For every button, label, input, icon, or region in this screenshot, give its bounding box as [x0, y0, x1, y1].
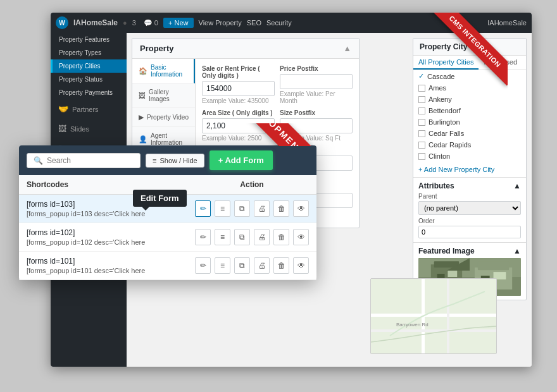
- panel-collapse-btn[interactable]: ▲: [343, 44, 351, 53]
- city-bettendorf: Bettendorf: [413, 105, 526, 116]
- sidebar-item-property-cities[interactable]: Property Cities: [51, 59, 127, 73]
- shortcode-popup-103: [forms_popup id=103 desc='Click here: [27, 210, 195, 217]
- attributes-title: Attributes ▲: [418, 181, 521, 190]
- search-input[interactable]: [47, 156, 123, 165]
- sidebar-item-property-features[interactable]: Property Features: [51, 33, 127, 46]
- price-postfix-label: Price Postfix: [280, 65, 353, 72]
- site-name: IAHomeSale: [73, 18, 118, 27]
- shortcode-popup-102: [forms_popup id=102 desc='Click here: [27, 238, 195, 246]
- partners-icon: 🤝: [58, 104, 68, 114]
- burlington-checkbox[interactable]: [418, 119, 425, 126]
- cms-badge-container: CMS INTEGRATION: [419, 13, 508, 101]
- list-button-101[interactable]: ≡: [215, 257, 230, 274]
- video-icon: ▶: [139, 113, 144, 121]
- sidebar-section-slides[interactable]: 🖼 Slides: [51, 119, 127, 138]
- view-button-101[interactable]: 👁: [293, 257, 309, 274]
- parent-select[interactable]: (no parent): [418, 201, 521, 215]
- attributes-section: Attributes ▲ Parent (no parent) Order: [413, 177, 526, 242]
- comment-count: 💬 0: [144, 19, 158, 27]
- city-clinton: Clinton: [413, 150, 526, 162]
- delete-button-103[interactable]: 🗑: [273, 200, 289, 217]
- list-icon: ≡: [153, 157, 156, 164]
- svg-rect-12: [371, 314, 497, 317]
- action-icons-103: ✏ ≡ ⧉ 🖨 🗑 👁: [195, 200, 309, 217]
- delete-button-101[interactable]: 🗑: [273, 257, 289, 274]
- price-postfix-input[interactable]: [280, 74, 353, 89]
- view-button-102[interactable]: 👁: [293, 229, 309, 245]
- shortcode-code-102: [forms id=102]: [27, 228, 195, 237]
- slides-label: Slides: [70, 125, 89, 133]
- list-button-103[interactable]: ≡: [215, 200, 230, 217]
- tab-gallery[interactable]: 🖼 Gallery Images: [132, 83, 195, 108]
- table-row: [forms id=102] [forms_popup id=102 desc=…: [19, 223, 316, 252]
- city-cedar-rapids: Cedar Rapids: [413, 139, 526, 150]
- order-input[interactable]: [418, 226, 521, 238]
- svg-rect-15: [447, 279, 449, 354]
- sale-rent-label: Sale or Rent Price ( Only digits ): [202, 65, 275, 79]
- view-property-link[interactable]: View Property: [199, 19, 242, 27]
- svg-rect-8: [478, 261, 509, 270]
- sale-rent-input[interactable]: [202, 81, 275, 96]
- add-form-button[interactable]: + Add Form: [210, 150, 273, 170]
- tab-basic-info[interactable]: 🏠 Basic Information: [132, 59, 195, 83]
- table-row: [forms id=101] [forms_popup id=101 desc=…: [19, 252, 316, 280]
- shortcodes-toolbar: 🔍 ≡ Show / Hide + Add Form: [19, 145, 316, 175]
- svg-rect-5: [447, 271, 457, 277]
- attributes-toggle[interactable]: ▲: [513, 181, 521, 190]
- copy-button-103[interactable]: ⧉: [234, 200, 250, 217]
- print-button-103[interactable]: 🖨: [254, 200, 270, 217]
- size-postfix-input[interactable]: [280, 118, 353, 133]
- price-row: Sale or Rent Price ( Only digits ) Examp…: [202, 65, 353, 109]
- shortcode-text-102: [forms id=102] [forms_popup id=102 desc=…: [27, 228, 195, 246]
- svg-text:Barryowen Rd: Barryowen Rd: [396, 322, 429, 328]
- search-box: 🔍: [27, 153, 141, 168]
- search-icon: 🔍: [34, 156, 43, 165]
- sidebar-item-property-payments[interactable]: Property Payments: [51, 86, 127, 99]
- area-size-input[interactable]: [202, 118, 275, 133]
- list-button-102[interactable]: ≡: [215, 229, 230, 245]
- show-hide-button[interactable]: ≡ Show / Hide: [146, 154, 204, 168]
- copy-button-101[interactable]: ⧉: [234, 257, 250, 274]
- print-button-101[interactable]: 🖨: [254, 257, 270, 274]
- area-size-field: Area Size ( Only digits ) Example Value:…: [202, 109, 275, 147]
- col-shortcodes-header: Shortcodes: [27, 180, 195, 189]
- tab-video[interactable]: ▶ Property Video: [132, 108, 195, 127]
- property-map: Barryowen Rd: [370, 278, 497, 354]
- cedar-falls-checkbox[interactable]: [418, 130, 425, 137]
- city-burlington: Burlington: [413, 116, 526, 128]
- sidebar-item-property-types[interactable]: Property Types: [51, 46, 127, 59]
- clinton-checkbox[interactable]: [418, 153, 425, 160]
- add-city-link[interactable]: + Add New Property City: [413, 162, 526, 177]
- cedar-rapids-checkbox[interactable]: [418, 142, 425, 149]
- print-button-102[interactable]: 🖨: [254, 229, 270, 245]
- copy-button-102[interactable]: ⧉: [234, 229, 250, 245]
- col-action-header: Action: [195, 180, 309, 189]
- property-panel-title: Property: [140, 44, 173, 53]
- partners-label: Partners: [72, 106, 99, 113]
- edit-button-103[interactable]: ✏: [195, 200, 211, 217]
- sidebar-section-partners[interactable]: 🤝 Partners: [51, 99, 127, 119]
- sidebar-item-property-status[interactable]: Property Status: [51, 73, 127, 86]
- parent-label: Parent: [418, 193, 521, 200]
- slides-icon: 🖼: [58, 124, 66, 133]
- area-row: Area Size ( Only digits ) Example Value:…: [202, 109, 353, 147]
- basic-info-icon: 🏠: [139, 67, 147, 75]
- size-postfix-label: Size Postfix: [280, 109, 353, 116]
- edit-button-101[interactable]: ✏: [195, 257, 211, 274]
- seo-link[interactable]: SEO: [247, 19, 261, 27]
- shortcodes-panel: 🔍 ≡ Show / Hide + Add Form Shortcodes Ac…: [19, 145, 316, 280]
- edit-form-tooltip: Edit Form: [133, 190, 187, 207]
- bettendorf-checkbox[interactable]: [418, 107, 425, 114]
- price-postfix-field: Price Postfix Example Value: Per Month: [280, 65, 353, 109]
- security-link[interactable]: Security: [266, 19, 292, 27]
- new-button[interactable]: + New: [163, 18, 194, 28]
- property-panel-header: Property ▲: [132, 39, 359, 59]
- featured-image-toggle[interactable]: ▲: [513, 247, 521, 255]
- svg-rect-14: [371, 329, 497, 332]
- delete-button-102[interactable]: 🗑: [273, 229, 289, 245]
- edit-button-102[interactable]: ✏: [195, 229, 211, 245]
- area-size-example: Example Value: 2500: [202, 135, 275, 142]
- view-button-103[interactable]: 👁: [293, 200, 309, 217]
- order-label: Order: [418, 217, 521, 224]
- action-icons-101: ✏ ≡ ⧉ 🖨 🗑 👁: [195, 257, 309, 274]
